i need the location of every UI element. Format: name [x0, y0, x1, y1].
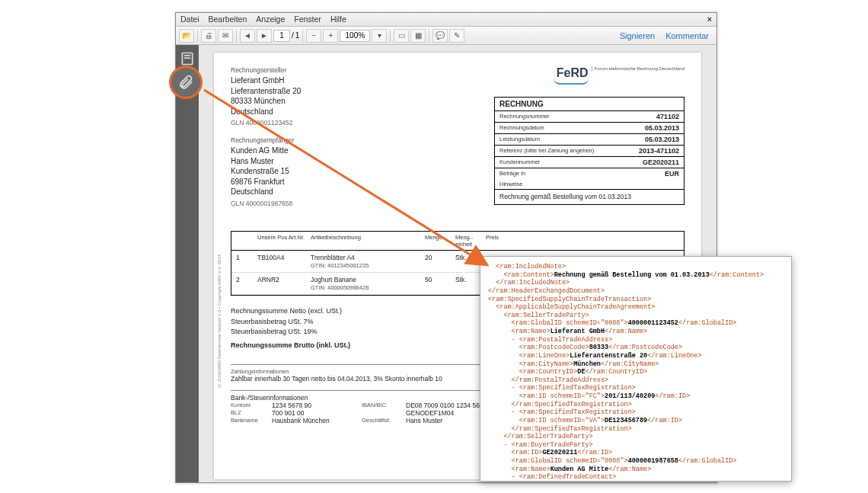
sign-link[interactable]: Signieren [620, 31, 655, 40]
invoice-row: Referenz (bitte bei Zahlung angeben)2013… [495, 146, 684, 157]
page-next-icon[interactable]: ► [257, 29, 272, 43]
close-icon[interactable]: × [707, 14, 712, 24]
invoice-row: Rechnungsdatum05.03.2013 [495, 123, 684, 134]
seller-city: 80333 München [231, 96, 476, 107]
svg-rect-1 [184, 55, 190, 56]
xml-line: - <ram:PostalTradeAddress> [488, 336, 783, 344]
menu-bar: Datei Bearbeiten Anzeige Fenster Hilfe × [176, 13, 716, 27]
xml-line: </ram:SpecifiedTaxRegistration> [488, 425, 783, 434]
tool-a-icon[interactable]: ▭ [394, 29, 409, 43]
invoice-title: RECHNUNG [495, 98, 684, 111]
xml-overlay-panel: <ram:IncludedNote> <ram:Content>Rechnung… [480, 256, 792, 482]
buyer-name: Kunden AG Mitte [231, 146, 476, 156]
ferd-logo-text: FeRD [554, 66, 589, 80]
seller-gln: GLN 4000001123452 [231, 119, 476, 127]
mail-icon[interactable]: ✉ [218, 29, 233, 43]
xml-line: <ram:Content>Rechnung gemäß Bestellung v… [488, 271, 783, 280]
seller-name: Lieferant GmbH [231, 75, 476, 86]
xml-line: - <ram:SpecifiedTaxRegistration> [488, 384, 783, 392]
invoice-row: Rechnungsnummer471102 [495, 111, 684, 123]
seller-address: Lieferant GmbH Lieferantenstraße 20 8033… [231, 75, 476, 127]
col-price: Preis [486, 234, 679, 248]
bank-acct: 1234 5678 90 [272, 402, 356, 409]
xml-line: <ram:GlobalID schemeID="0088">4000001123… [488, 319, 783, 328]
xml-line: <ram:Name>Lieferant GmbH</ram:Name> [488, 328, 783, 336]
comment-link[interactable]: Kommentar [665, 31, 709, 40]
open-icon[interactable]: 📂 [179, 29, 194, 43]
bank-blz-label: BLZ [231, 409, 266, 417]
xml-line: <ram:IncludedNote> [488, 263, 783, 271]
page-sep: / [292, 31, 294, 40]
attachment-callout [169, 66, 203, 99]
menu-view[interactable]: Anzeige [256, 14, 285, 24]
col-desc: Artikelbeschreibung [311, 234, 425, 248]
toolbar: 📂 🖨 ✉ ◄ ► / 1 − + ▾ ▭ ▦ 💬 ✎ Signier [176, 27, 716, 45]
xml-line: <ram:CountryID>DE</ram:CountryID> [488, 368, 783, 376]
bank-contact-label: Geschäftsf. [362, 417, 400, 424]
bank-bic: GENODEF1M04 [406, 409, 454, 417]
xml-line: </ram:IncludedNote> [488, 279, 783, 287]
seller-label: Rechnungsersteller [231, 66, 476, 74]
thumbnails-icon[interactable] [180, 51, 195, 66]
ferd-logo: FeRD Forum elektronische Rechnung Deutsc… [494, 66, 685, 92]
xml-line: <ram:ID>GE2020211</ram:ID> [488, 449, 783, 457]
col-qty: Menge [425, 234, 455, 248]
seller-street: Lieferantenstraße 20 [231, 86, 476, 97]
buyer-street: Kundenstraße 15 [231, 166, 476, 177]
bank-name-label: Bankname [231, 417, 266, 424]
comment-bubble-icon[interactable]: 💬 [432, 29, 448, 43]
xml-line: <ram:SpecifiedSupplyChainTradeTransactio… [488, 296, 783, 304]
xml-line: <ram:Name>Kunden AG Mitte</ram:Name> [488, 466, 783, 474]
buyer-label: Rechnungsempfänger [231, 136, 476, 144]
buyer-country: Deutschland [231, 187, 476, 197]
page-current-input[interactable] [273, 30, 290, 42]
page-prev-icon[interactable]: ◄ [240, 29, 255, 43]
buyer-address: Kunden AG Mitte Hans Muster Kundenstraße… [231, 146, 476, 208]
zoom-out-icon[interactable]: − [306, 29, 321, 43]
page-total: 1 [295, 31, 300, 40]
zoom-dropdown-icon[interactable]: ▾ [372, 29, 387, 43]
bank-iban-label: IBAN/BIC [362, 402, 400, 409]
page-indicator: / 1 [273, 30, 299, 42]
invoice-row: Beträge inEUR [495, 168, 684, 179]
xml-line: </ram:SellerTradeParty> [488, 433, 783, 441]
menu-help[interactable]: Hilfe [330, 14, 346, 24]
xml-line: <ram:LineOne>Lieferantenstraße 20</ram:L… [488, 352, 783, 360]
xml-line: <ram:PostcodeCode>80333</ram:PostcodeCod… [488, 344, 783, 352]
invoice-note-label: Hinweise [499, 181, 522, 187]
bank-blz: 700 901 00 [272, 409, 356, 417]
invoice-row: Leistungsdatum05.03.2013 [495, 134, 684, 146]
xml-line: - <ram:SpecifiedTaxRegistration> [488, 408, 783, 417]
xml-line: <ram:SellerTradeParty> [488, 312, 783, 320]
svg-rect-2 [184, 57, 190, 59]
xml-line: </ram:SpecifiedTaxRegistration> [488, 401, 783, 409]
xml-line: <ram:ID schemeID="FC">201/113/40209</ram… [488, 392, 783, 401]
bank-acct-label: Kontonr. [231, 402, 266, 409]
xml-line: - <ram:BuyerTradeParty> [488, 441, 783, 450]
zoom-input[interactable] [340, 30, 370, 42]
xml-line: <ram:ID schemeID="VA">DE123456789</ram:I… [488, 417, 783, 425]
print-icon[interactable]: 🖨 [201, 29, 216, 43]
xml-line: </ram:PostalTradeAddress> [488, 376, 783, 385]
xml-line: <ram:CityName>München</ram:CityName> [488, 360, 783, 369]
bank-name: Hausbank München [272, 417, 356, 424]
invoice-note: Rechnung gemäß Bestellung vom 01.03.2013 [495, 190, 684, 204]
paperclip-icon [177, 74, 194, 91]
sidebar [176, 45, 199, 482]
zoom-in-icon[interactable]: + [323, 29, 338, 43]
menu-edit[interactable]: Bearbeiten [209, 14, 247, 24]
menu-file[interactable]: Datei [180, 14, 199, 24]
invoice-row: KundennummerGE2020211 [495, 157, 684, 168]
xml-line: - <ram:DefinedTradeContact> [488, 473, 783, 482]
bank-contact: Hans Muster [406, 417, 442, 424]
seller-country: Deutschland [231, 107, 476, 117]
menu-window[interactable]: Fenster [294, 14, 321, 24]
col-pos: Unsere Pos Art.Nr. [257, 234, 311, 248]
xml-line: </ram:HeaderExchangedDocument> [488, 287, 783, 296]
highlight-icon[interactable]: ✎ [449, 29, 464, 43]
col-unit: Meng.-einheit [455, 234, 486, 248]
xml-line: <ram:ApplicableSupplyChainTradeAgreement… [488, 303, 783, 312]
tool-b-icon[interactable]: ▦ [410, 29, 426, 43]
buyer-gln: GLN 4000001987658 [231, 200, 476, 208]
buyer-person: Hans Muster [231, 156, 476, 167]
